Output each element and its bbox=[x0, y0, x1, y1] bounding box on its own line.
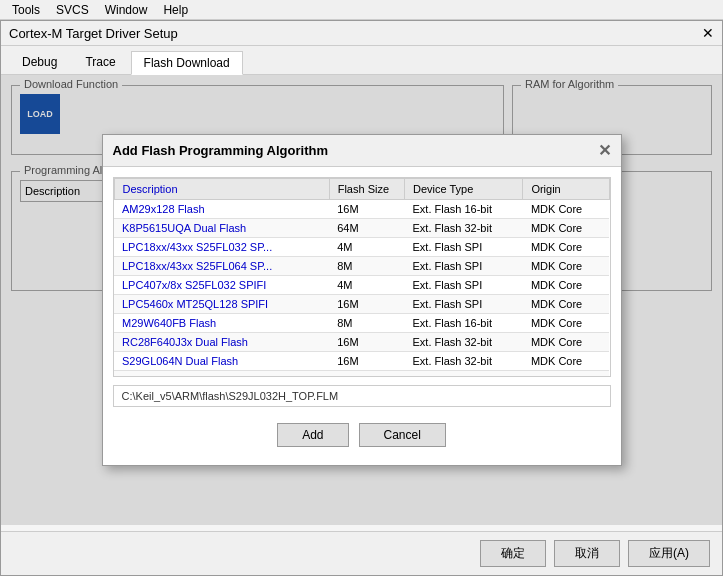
dialog-body: Description Flash Size Device Type Origi… bbox=[103, 167, 621, 465]
col-header-flash-size: Flash Size bbox=[329, 179, 404, 200]
algorithm-table-container[interactable]: Description Flash Size Device Type Origi… bbox=[113, 177, 611, 377]
add-algorithm-dialog: Add Flash Programming Algorithm ✕ Descri… bbox=[102, 134, 622, 466]
cell-origin: MDK Core bbox=[523, 333, 609, 352]
col-header-description: Description bbox=[114, 179, 329, 200]
cell-description: RC28F640J3x Dual Flash bbox=[114, 333, 329, 352]
dialog-overlay: Add Flash Programming Algorithm ✕ Descri… bbox=[1, 75, 722, 525]
table-row[interactable]: K8P5615UQA Dual Flash 64M Ext. Flash 32-… bbox=[114, 219, 609, 238]
table-row[interactable]: S29GL064N Dual Flash 16M Ext. Flash 32-b… bbox=[114, 352, 609, 371]
cell-device-type: Ext. Flash SPI bbox=[405, 257, 523, 276]
cell-origin: MDK Core bbox=[523, 352, 609, 371]
cell-origin: MDK Core bbox=[523, 371, 609, 378]
cell-description: LPC18xx/43xx S25FL064 SP... bbox=[114, 257, 329, 276]
cell-description: AM29x128 Flash bbox=[114, 200, 329, 219]
table-row[interactable]: S29JL032H_BOT Flash 4M Ext. Flash 16-bit… bbox=[114, 371, 609, 378]
tab-trace[interactable]: Trace bbox=[72, 50, 128, 74]
cell-device-type: Ext. Flash 16-bit bbox=[405, 200, 523, 219]
window-close-button[interactable]: ✕ bbox=[702, 25, 714, 41]
add-button[interactable]: Add bbox=[277, 423, 348, 447]
dialog-cancel-button[interactable]: Cancel bbox=[359, 423, 446, 447]
cell-description: S29GL064N Dual Flash bbox=[114, 352, 329, 371]
table-row[interactable]: M29W640FB Flash 8M Ext. Flash 16-bit MDK… bbox=[114, 314, 609, 333]
cell-device-type: Ext. Flash SPI bbox=[405, 276, 523, 295]
cell-device-type: Ext. Flash SPI bbox=[405, 295, 523, 314]
cell-description: S29JL032H_BOT Flash bbox=[114, 371, 329, 378]
col-header-origin: Origin bbox=[523, 179, 609, 200]
table-row[interactable]: RC28F640J3x Dual Flash 16M Ext. Flash 32… bbox=[114, 333, 609, 352]
cell-flash-size: 4M bbox=[329, 371, 404, 378]
dialog-title-text: Add Flash Programming Algorithm bbox=[113, 143, 328, 158]
cell-flash-size: 4M bbox=[329, 276, 404, 295]
menu-window[interactable]: Window bbox=[97, 0, 156, 19]
col-header-device-type: Device Type bbox=[405, 179, 523, 200]
cell-device-type: Ext. Flash 32-bit bbox=[405, 352, 523, 371]
cell-flash-size: 8M bbox=[329, 257, 404, 276]
window-title: Cortex-M Target Driver Setup bbox=[9, 26, 178, 41]
cell-flash-size: 16M bbox=[329, 352, 404, 371]
dialog-button-row: Add Cancel bbox=[113, 415, 611, 455]
menubar: Tools SVCS Window Help bbox=[0, 0, 723, 20]
cell-origin: MDK Core bbox=[523, 276, 609, 295]
bottom-button-bar: 确定 取消 应用(A) bbox=[1, 531, 722, 575]
selected-path-display: C:\Keil_v5\ARM\flash\S29JL032H_TOP.FLM bbox=[113, 385, 611, 407]
menu-help[interactable]: Help bbox=[155, 0, 196, 19]
cell-flash-size: 8M bbox=[329, 314, 404, 333]
cell-description: LPC18xx/43xx S25FL032 SP... bbox=[114, 238, 329, 257]
algorithm-table: Description Flash Size Device Type Origi… bbox=[114, 178, 610, 377]
cell-device-type: Ext. Flash 16-bit bbox=[405, 371, 523, 378]
cell-origin: MDK Core bbox=[523, 238, 609, 257]
table-row[interactable]: LPC407x/8x S25FL032 SPIFI 4M Ext. Flash … bbox=[114, 276, 609, 295]
cell-origin: MDK Core bbox=[523, 257, 609, 276]
cell-flash-size: 16M bbox=[329, 333, 404, 352]
table-row[interactable]: LPC5460x MT25QL128 SPIFI 16M Ext. Flash … bbox=[114, 295, 609, 314]
dialog-close-button[interactable]: ✕ bbox=[598, 141, 611, 160]
title-bar: Cortex-M Target Driver Setup ✕ bbox=[1, 21, 722, 46]
cell-device-type: Ext. Flash 16-bit bbox=[405, 314, 523, 333]
tab-debug[interactable]: Debug bbox=[9, 50, 70, 74]
cancel-button[interactable]: 取消 bbox=[554, 540, 620, 567]
cell-origin: MDK Core bbox=[523, 314, 609, 333]
dialog-title-bar: Add Flash Programming Algorithm ✕ bbox=[103, 135, 621, 167]
cell-flash-size: 64M bbox=[329, 219, 404, 238]
ok-button[interactable]: 确定 bbox=[480, 540, 546, 567]
table-row[interactable]: AM29x128 Flash 16M Ext. Flash 16-bit MDK… bbox=[114, 200, 609, 219]
table-row[interactable]: LPC18xx/43xx S25FL032 SP... 4M Ext. Flas… bbox=[114, 238, 609, 257]
cell-description: K8P5615UQA Dual Flash bbox=[114, 219, 329, 238]
cell-flash-size: 4M bbox=[329, 238, 404, 257]
cell-device-type: Ext. Flash SPI bbox=[405, 238, 523, 257]
menu-tools[interactable]: Tools bbox=[4, 0, 48, 19]
tab-content: Download Function LOAD RAM for Algorithm… bbox=[1, 75, 722, 525]
cell-description: LPC407x/8x S25FL032 SPIFI bbox=[114, 276, 329, 295]
cell-flash-size: 16M bbox=[329, 200, 404, 219]
cell-device-type: Ext. Flash 32-bit bbox=[405, 333, 523, 352]
cell-origin: MDK Core bbox=[523, 295, 609, 314]
table-row[interactable]: LPC18xx/43xx S25FL064 SP... 8M Ext. Flas… bbox=[114, 257, 609, 276]
cell-origin: MDK Core bbox=[523, 200, 609, 219]
main-window: Cortex-M Target Driver Setup ✕ Debug Tra… bbox=[0, 20, 723, 576]
cell-origin: MDK Core bbox=[523, 219, 609, 238]
tab-flash-download[interactable]: Flash Download bbox=[131, 51, 243, 75]
cell-flash-size: 16M bbox=[329, 295, 404, 314]
cell-description: M29W640FB Flash bbox=[114, 314, 329, 333]
cell-description: LPC5460x MT25QL128 SPIFI bbox=[114, 295, 329, 314]
apply-button[interactable]: 应用(A) bbox=[628, 540, 710, 567]
cell-device-type: Ext. Flash 32-bit bbox=[405, 219, 523, 238]
menu-svcs[interactable]: SVCS bbox=[48, 0, 97, 19]
table-header-row: Description Flash Size Device Type Origi… bbox=[114, 179, 609, 200]
tab-bar: Debug Trace Flash Download bbox=[1, 46, 722, 75]
